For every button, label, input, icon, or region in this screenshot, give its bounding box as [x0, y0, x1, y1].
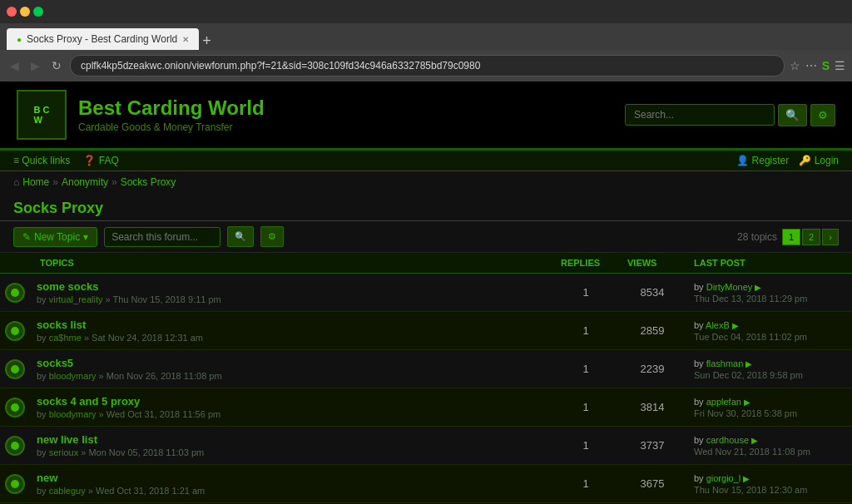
breadcrumb-socks-proxy[interactable]: Socks Proxy	[121, 176, 176, 188]
site-search-button[interactable]: 🔍	[778, 104, 807, 126]
topic-title-link[interactable]: new	[37, 472, 547, 484]
window-close-button[interactable]	[7, 7, 17, 17]
topic-views: 3814	[619, 388, 686, 427]
topic-meta: by bloodymary » Mon Nov 26, 2018 11:08 p…	[37, 371, 547, 381]
topic-author-link[interactable]: bloodymary	[49, 409, 97, 419]
lastpost-arrow: ▶	[744, 398, 750, 407]
topic-title-cell: new by cableguy » Wed Oct 31, 2018 1:21 …	[32, 465, 552, 503]
forum-icon-inner	[11, 365, 19, 373]
tab-close-button[interactable]: ✕	[182, 35, 189, 44]
lastpost-user-link[interactable]: giorgio_l	[706, 473, 741, 483]
topic-title-link[interactable]: socks 4 and 5 proxy	[37, 395, 547, 408]
search-forum-button[interactable]: 🔍	[227, 226, 254, 247]
register-icon: 👤	[736, 155, 749, 166]
lastpost-user-link[interactable]: flashman	[706, 358, 744, 368]
site-header: B CW Best Carding World Cardable Goods &…	[0, 82, 852, 150]
browser-tab[interactable]: ● Socks Proxy - Best Carding World ✕	[7, 28, 199, 50]
login-link[interactable]: 🔑 Login	[799, 155, 839, 166]
tab-title: Socks Proxy - Best Carding World	[27, 33, 177, 45]
lastpost-user-link[interactable]: DirtyMoney	[706, 282, 753, 292]
logo-area: B CW Best Carding World Cardable Goods &…	[17, 90, 265, 140]
topic-lastpost: by AlexB ▶ Tue Dec 04, 2018 11:02 pm	[686, 312, 852, 350]
lastpost-date: Wed Nov 21, 2018 11:08 pm	[694, 447, 844, 457]
nav-left: ≡ Quick links ❓ FAQ	[13, 155, 119, 166]
table-row: socks 4 and 5 proxy by bloodymary » Wed …	[0, 388, 852, 427]
forum-icon	[5, 398, 25, 418]
sync-icon[interactable]: S	[822, 59, 830, 72]
site-tagline: Cardable Goods & Money Transfer	[78, 121, 265, 133]
table-row: new live list by serioux » Mon Nov 05, 2…	[0, 427, 852, 465]
topic-replies: 1	[552, 427, 619, 465]
topic-meta: by virtual_reality » Thu Nov 15, 2018 9:…	[37, 294, 547, 304]
window-controls	[7, 7, 43, 17]
lastpost-info: by flashman ▶	[694, 358, 844, 368]
topic-author-link[interactable]: bloodymary	[49, 371, 97, 381]
extensions-icon[interactable]: ☰	[835, 59, 845, 72]
topic-icon-cell	[0, 388, 32, 427]
page-2-button[interactable]: 2	[802, 229, 820, 245]
register-link[interactable]: 👤 Register	[736, 155, 789, 166]
lastpost-info: by cardhouse ▶	[694, 435, 844, 445]
topic-title-link[interactable]: some socks	[37, 280, 547, 293]
topic-title-cell: some socks by virtual_reality » Thu Nov …	[32, 274, 552, 312]
address-bar: ◀ ▶ ↻ ☆ ⋯ S ☰	[0, 50, 852, 82]
site-info: Best Carding World Cardable Goods & Mone…	[78, 96, 265, 133]
breadcrumb: ⌂ Home » Anonymity » Socks Proxy	[0, 171, 852, 193]
new-topic-button[interactable]: ✎ New Topic ▾	[13, 227, 97, 247]
lastpost-date: Fri Nov 30, 2018 5:38 pm	[694, 408, 844, 418]
search-settings-button[interactable]: ⚙	[810, 104, 835, 126]
table-row: some socks by virtual_reality » Thu Nov …	[0, 274, 852, 312]
topic-author-link[interactable]: cableguy	[49, 486, 86, 496]
forum-icon	[5, 474, 25, 494]
site-search-input[interactable]	[625, 104, 775, 126]
lastpost-date: Thu Dec 13, 2018 11:29 pm	[694, 294, 844, 304]
th-icon	[0, 253, 32, 274]
topic-author-link[interactable]: ca$hme	[49, 333, 82, 343]
pagination: 1 2 ›	[782, 229, 839, 245]
topic-icon-cell	[0, 274, 32, 312]
lastpost-user-link[interactable]: cardhouse	[706, 435, 749, 445]
next-page-button[interactable]: ›	[822, 229, 839, 245]
breadcrumb-home[interactable]: Home	[22, 176, 49, 188]
forum-toolbar: ✎ New Topic ▾ 🔍 ⚙ 28 topics 1 2 ›	[0, 221, 852, 253]
address-bar-icons: ☆ ⋯ S ☰	[790, 59, 845, 72]
topics-table: TOPICS REPLIES VIEWS LAST POST some sock…	[0, 253, 852, 504]
search-area: 🔍 ⚙	[625, 104, 835, 126]
breadcrumb-anonymity[interactable]: Anonymity	[62, 176, 108, 188]
window-minimize-button[interactable]	[20, 7, 30, 17]
menu-icon[interactable]: ⋯	[805, 59, 817, 72]
faq-link[interactable]: ❓ FAQ	[83, 155, 118, 166]
topic-lastpost: by applefan ▶ Fri Nov 30, 2018 5:38 pm	[686, 388, 852, 427]
topic-title-cell: socks list by ca$hme » Sat Nov 24, 2018 …	[32, 312, 552, 350]
page-title-text: Socks Proxy	[13, 200, 103, 216]
topic-title-cell: socks5 by bloodymary » Mon Nov 26, 2018 …	[32, 350, 552, 388]
topic-meta: by cableguy » Wed Oct 31, 2018 1:21 am	[37, 486, 547, 496]
quick-links-button[interactable]: ≡ Quick links	[13, 155, 70, 166]
topic-title-link[interactable]: new live list	[37, 433, 547, 446]
window-maximize-button[interactable]	[33, 7, 43, 17]
topic-title-link[interactable]: socks5	[37, 357, 547, 369]
lastpost-info: by giorgio_l ▶	[694, 473, 844, 483]
search-forum-input[interactable]	[104, 227, 220, 247]
topic-author-link[interactable]: virtual_reality	[49, 294, 103, 304]
topic-author-link[interactable]: serioux	[49, 447, 78, 457]
topic-views: 2859	[619, 312, 686, 350]
page-1-button[interactable]: 1	[782, 229, 800, 245]
bookmark-icon[interactable]: ☆	[790, 59, 800, 72]
forward-button[interactable]: ▶	[27, 57, 43, 74]
topic-title-link[interactable]: socks list	[37, 319, 547, 331]
lastpost-arrow: ▶	[755, 283, 761, 292]
lastpost-user-link[interactable]: AlexB	[706, 320, 730, 330]
page-content: B CW Best Carding World Cardable Goods &…	[0, 82, 852, 504]
topic-lastpost: by DirtyMoney ▶ Thu Dec 13, 2018 11:29 p…	[686, 274, 852, 312]
refresh-button[interactable]: ↻	[48, 57, 65, 74]
lastpost-user-link[interactable]: applefan	[706, 397, 741, 407]
url-input[interactable]	[70, 55, 785, 77]
new-tab-button[interactable]: +	[202, 32, 211, 50]
back-button[interactable]: ◀	[7, 57, 22, 74]
lastpost-info: by applefan ▶	[694, 397, 844, 407]
forum-search-settings-button[interactable]: ⚙	[260, 226, 284, 247]
table-row: socks list by ca$hme » Sat Nov 24, 2018 …	[0, 312, 852, 350]
forum-icon	[5, 321, 25, 341]
lastpost-date: Thu Nov 15, 2018 12:30 am	[694, 485, 844, 495]
